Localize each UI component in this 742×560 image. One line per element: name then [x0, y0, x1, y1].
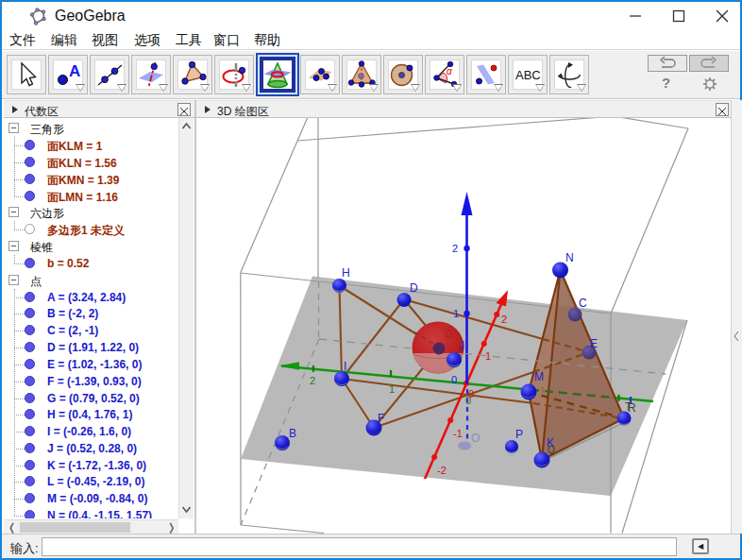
- svg-text:J: J: [459, 339, 464, 352]
- svg-text:α: α: [447, 66, 452, 76]
- svg-text:1: 1: [453, 308, 459, 319]
- svg-text:P: P: [515, 428, 523, 441]
- svg-text:F: F: [378, 412, 384, 425]
- svg-text:B: B: [289, 427, 296, 440]
- svg-text:2: 2: [501, 314, 507, 325]
- svg-text:C: C: [579, 297, 587, 310]
- svg-text:I: I: [344, 360, 346, 373]
- svg-text:1: 1: [485, 350, 491, 362]
- svg-text:R: R: [628, 401, 636, 415]
- svg-text:-1: -1: [453, 428, 463, 439]
- svg-text:-2: -2: [437, 465, 447, 476]
- svg-text:A: A: [69, 62, 80, 80]
- svg-text:1: 1: [389, 383, 395, 395]
- svg-text:E: E: [590, 337, 598, 350]
- svg-text:2: 2: [310, 375, 315, 386]
- svg-text:G: G: [445, 328, 453, 341]
- svg-text:O: O: [471, 432, 480, 445]
- svg-text:D: D: [410, 281, 418, 295]
- svg-text:0: 0: [468, 388, 474, 399]
- svg-text:2: 2: [452, 243, 458, 254]
- svg-text:ABC: ABC: [515, 68, 541, 82]
- svg-text:H: H: [342, 266, 350, 280]
- svg-text:Q: Q: [548, 445, 555, 455]
- svg-text:M: M: [534, 370, 544, 383]
- svg-text:0: 0: [451, 374, 457, 385]
- svg-text:N: N: [565, 251, 574, 264]
